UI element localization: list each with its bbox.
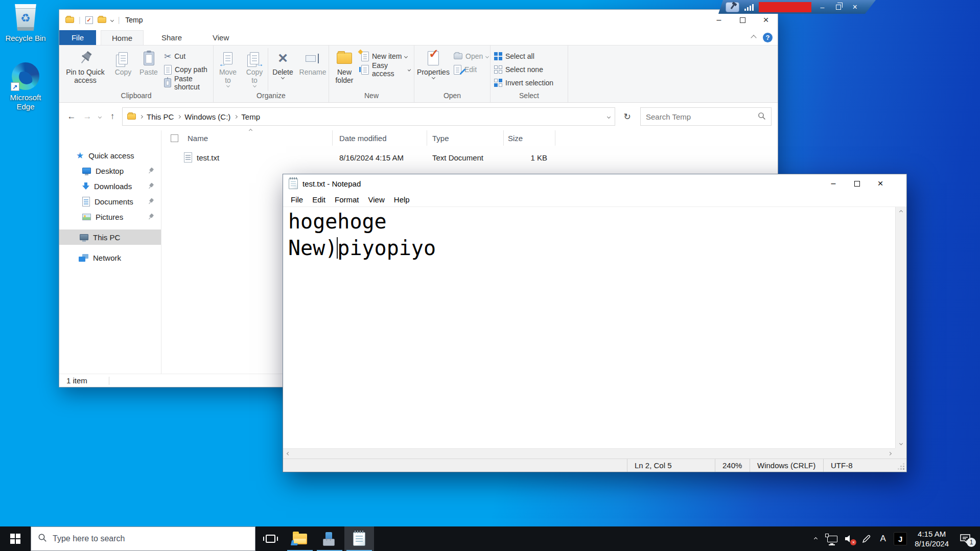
taskbar-file-explorer-button[interactable] xyxy=(285,526,315,551)
invert-selection-button[interactable]: Invert selection xyxy=(492,76,556,89)
pin-to-quick-access-button[interactable]: Pin to Quick access xyxy=(60,48,110,91)
new-item-icon xyxy=(361,52,369,61)
network-status-icon[interactable] xyxy=(826,531,838,546)
cut-button[interactable]: ✂ Cut xyxy=(161,50,212,63)
tab-file[interactable]: File xyxy=(59,30,96,45)
hidden-icons-chevron[interactable] xyxy=(809,531,822,546)
minimize-button[interactable]: – xyxy=(822,174,845,193)
file-row-test-txt[interactable]: test.txt 8/16/2024 4:15 AM Text Document… xyxy=(161,150,778,165)
task-view-button[interactable] xyxy=(255,526,285,551)
recent-locations-icon[interactable] xyxy=(98,114,102,118)
column-header-size[interactable]: Size xyxy=(504,130,555,146)
open-button[interactable]: Open xyxy=(451,50,491,63)
help-icon[interactable]: ? xyxy=(763,33,773,42)
ribbon-group-label: Organize xyxy=(214,91,329,102)
search-input[interactable]: Search Temp xyxy=(640,107,772,126)
breadcrumb[interactable]: This PC Windows (C:) Temp xyxy=(122,107,615,126)
ribbon-group-organize: ← Move to → Copy to × Delete Rename xyxy=(214,45,329,102)
delete-button[interactable]: × Delete xyxy=(268,48,297,91)
desktop-icon-microsoft-edge[interactable]: ↗ Microsoft Edge xyxy=(2,62,49,111)
properties-button[interactable]: ✓ Properties xyxy=(415,48,451,91)
breadcrumb-item-windows-c[interactable]: Windows (C:) xyxy=(184,112,230,121)
delete-icon: × xyxy=(278,49,288,68)
menu-view[interactable]: View xyxy=(364,195,389,204)
copy-button[interactable]: Copy xyxy=(110,48,136,91)
maximize-button[interactable] xyxy=(845,174,869,193)
scroll-up-icon[interactable] xyxy=(899,210,903,214)
action-center-button[interactable]: 1 xyxy=(956,531,974,546)
copy-icon xyxy=(119,49,128,68)
menu-file[interactable]: File xyxy=(286,195,308,204)
rename-icon xyxy=(306,49,320,68)
sidebar-item-pictures[interactable]: Pictures xyxy=(59,209,161,224)
qat-folder-icon[interactable] xyxy=(98,17,106,23)
paste-button[interactable]: Paste xyxy=(136,48,161,91)
select-all-button[interactable]: Select all xyxy=(492,50,556,63)
volume-muted-icon[interactable]: × xyxy=(843,531,855,546)
text-editor-area[interactable]: hogehogeNew)piyopiyo xyxy=(283,207,895,448)
sidebar-item-network[interactable]: Network xyxy=(59,250,161,265)
rdp-restore-button[interactable] xyxy=(833,0,844,14)
taskbar-admin-tool-button[interactable] xyxy=(315,526,344,551)
tab-home[interactable]: Home xyxy=(101,30,144,45)
horizontal-scrollbar[interactable] xyxy=(283,448,895,458)
windows-logo-icon xyxy=(10,534,20,544)
search-icon[interactable] xyxy=(758,112,766,122)
sidebar-item-documents[interactable]: Documents xyxy=(59,194,161,209)
column-header-name[interactable]: Name xyxy=(161,130,333,146)
scroll-left-icon[interactable] xyxy=(287,452,290,455)
column-header-date-modified[interactable]: Date modified xyxy=(333,130,427,146)
forward-icon[interactable]: → xyxy=(81,111,94,122)
vertical-scrollbar[interactable] xyxy=(895,207,906,448)
ime-mode-indicator[interactable]: A xyxy=(877,531,889,546)
sidebar-item-downloads[interactable]: Downloads xyxy=(59,178,161,194)
select-all-checkbox[interactable] xyxy=(171,134,178,142)
cut-icon: ✂ xyxy=(164,51,171,62)
up-icon[interactable]: ↑ xyxy=(106,111,119,122)
sidebar-item-this-pc[interactable]: This PC xyxy=(59,229,161,245)
menu-format[interactable]: Format xyxy=(330,195,364,204)
desktop: ♻ Recycle Bin ↗ Microsoft Edge – × | ✓ |… xyxy=(0,0,980,551)
rdp-signal-strength-icon[interactable] xyxy=(744,4,754,11)
close-button[interactable]: × xyxy=(869,174,892,193)
rdp-minimize-button[interactable]: – xyxy=(816,0,828,14)
select-none-button[interactable]: Select none xyxy=(492,63,556,76)
start-button[interactable] xyxy=(0,526,31,551)
sidebar-item-quick-access[interactable]: ★ Quick access xyxy=(59,148,161,163)
qat-check-icon[interactable]: ✓ xyxy=(85,16,93,24)
tab-share[interactable]: Share xyxy=(151,30,193,45)
tab-view[interactable]: View xyxy=(202,30,240,45)
collapse-ribbon-icon[interactable] xyxy=(751,35,756,40)
menu-edit[interactable]: Edit xyxy=(308,195,330,204)
desktop-icon-recycle-bin[interactable]: ♻ Recycle Bin xyxy=(2,4,49,43)
menu-help[interactable]: Help xyxy=(389,195,414,204)
move-to-button[interactable]: ← Move to xyxy=(215,48,241,91)
desktop-icon-label: Recycle Bin xyxy=(5,34,45,43)
ime-language-indicator[interactable]: J xyxy=(894,532,907,545)
new-folder-button[interactable]: New folder xyxy=(330,48,359,91)
scroll-down-icon[interactable] xyxy=(899,442,903,445)
pen-input-icon[interactable] xyxy=(860,531,872,546)
move-to-icon: ← xyxy=(223,49,232,68)
resize-grip[interactable] xyxy=(903,468,904,470)
sidebar-item-desktop[interactable]: Desktop xyxy=(59,163,161,178)
rdp-close-button[interactable]: × xyxy=(849,0,860,14)
address-dropdown-icon[interactable] xyxy=(607,114,611,118)
back-icon[interactable]: ← xyxy=(65,111,78,122)
taskbar-notepad-button[interactable] xyxy=(344,526,374,551)
copy-to-button[interactable]: → Copy to xyxy=(241,48,268,91)
easy-access-button[interactable]: Easy access xyxy=(359,63,413,76)
breadcrumb-item-this-pc[interactable]: This PC xyxy=(147,112,174,121)
refresh-icon[interactable]: ↻ xyxy=(619,108,636,125)
edit-button[interactable]: Edit xyxy=(451,63,491,76)
rdp-pin-icon[interactable] xyxy=(726,2,739,12)
rename-button[interactable]: Rename xyxy=(297,48,328,91)
taskbar-clock[interactable]: 4:15 AM 8/16/2024 xyxy=(912,529,952,548)
breadcrumb-item-temp[interactable]: Temp xyxy=(241,112,260,121)
column-header-type[interactable]: Type xyxy=(427,130,504,146)
scroll-right-icon[interactable] xyxy=(888,452,892,455)
qat-customize-icon[interactable] xyxy=(110,18,114,21)
taskbar-search-input[interactable]: Type here to search xyxy=(31,526,255,551)
documents-icon xyxy=(82,197,90,206)
paste-shortcut-button[interactable]: Paste shortcut xyxy=(161,76,212,89)
